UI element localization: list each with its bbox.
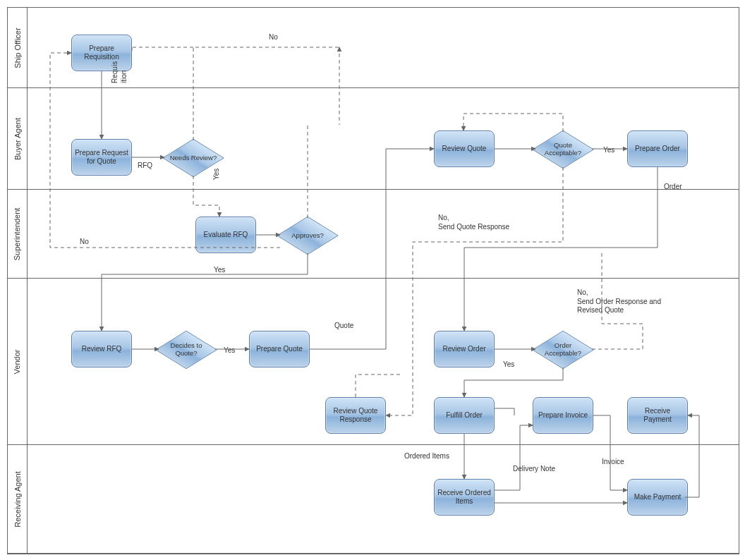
process-evaluate-rfq: Evaluate RFQ <box>195 217 256 253</box>
edge-label-yes1: Yes <box>212 169 222 180</box>
lane-label: Superintendent <box>13 207 22 260</box>
edge-label-no-left: No <box>80 238 89 247</box>
lane-label-cell: Vendor <box>8 279 28 444</box>
lane-superintendent: Superintendent <box>8 190 739 279</box>
process-make-payment: Make Payment <box>627 479 688 516</box>
lane-label-cell: Ship Officer <box>8 8 28 87</box>
lane-label-cell: Receiving Agent <box>8 445 28 553</box>
process-review-order: Review Order <box>434 331 495 367</box>
process-prepare-quote: Prepare Quote <box>249 331 310 367</box>
process-review-rfq: Review RFQ <box>71 331 132 367</box>
edge-label-yes-order-acc: Yes <box>503 360 514 370</box>
decision-order-acceptable: Order Acceptable? <box>533 331 593 369</box>
lane-label: Receiving Agent <box>13 471 22 528</box>
decision-approves: Approves? <box>277 217 338 255</box>
decision-quote-acceptable: Quote Acceptable? <box>533 130 593 169</box>
decision-label: Quote Acceptable? <box>533 130 593 169</box>
edge-label-ordered-items: Ordered Items <box>404 452 449 461</box>
edge-label-yes-quote-acc: Yes <box>603 146 614 155</box>
lane-label: Buyer Agent <box>13 118 22 160</box>
edge-label-quote: Quote <box>334 322 353 331</box>
process-fulfill-order: Fulfill Order <box>434 397 495 434</box>
process-prepare-invoice: Prepare Invoice <box>533 397 593 434</box>
lane-label: Ship Officer <box>13 28 22 68</box>
edge-label-delivery-note: Delivery Note <box>513 465 555 474</box>
swimlane-diagram: Ship Officer Buyer Agent Superintendent … <box>7 7 739 554</box>
edge-label-no-top: No <box>269 33 278 42</box>
process-review-quote-response: Review Quote Response <box>325 397 386 434</box>
edge-label-yes-super: Yes <box>214 266 225 275</box>
edge-label-requisition: Requis ition <box>111 61 128 83</box>
lane-label-cell: Superintendent <box>8 190 28 278</box>
process-receive-ordered-items: Receive Ordered Items <box>434 479 495 516</box>
edge-label-no-send-quote-resp: No, Send Quote Response <box>438 214 509 231</box>
edge-label-invoice: Invoice <box>602 458 624 467</box>
edge-label-yes-decides: Yes <box>224 346 235 355</box>
decision-label: Decides to Quote? <box>156 331 217 369</box>
decision-label: Order Acceptable? <box>533 331 593 369</box>
edge-label-rfq: RFQ <box>138 162 152 171</box>
edge-label-order: Order <box>664 183 682 192</box>
process-prepare-rfq: Prepare Request for Quote <box>71 139 132 176</box>
process-receive-payment: Receive Payment <box>627 397 688 434</box>
process-review-quote: Review Quote <box>434 130 495 167</box>
edge-label-no-send-order-resp: No, Send Order Response and Revised Quot… <box>577 288 661 315</box>
lane-label: Vendor <box>13 349 22 374</box>
decision-decides-to-quote: Decides to Quote? <box>156 331 217 369</box>
decision-label: Approves? <box>277 217 338 255</box>
lane-label-cell: Buyer Agent <box>8 88 28 189</box>
process-prepare-order: Prepare Order <box>627 130 688 167</box>
